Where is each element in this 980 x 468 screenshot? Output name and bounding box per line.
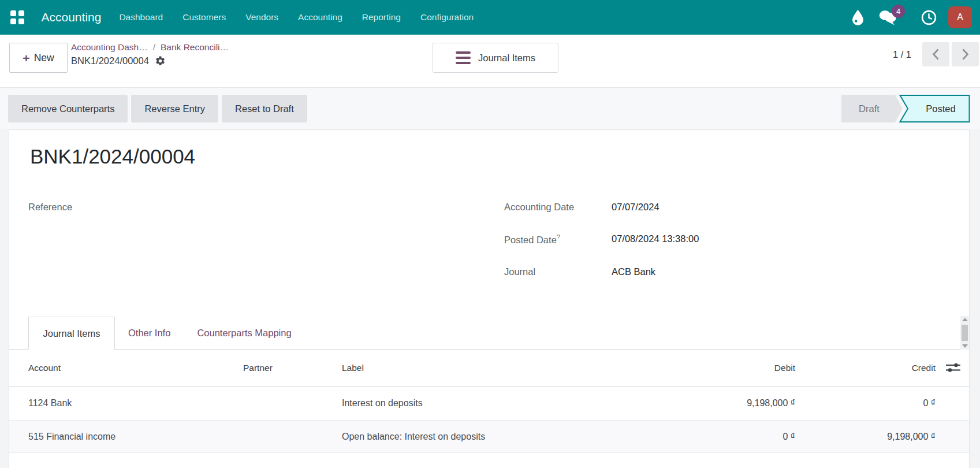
grid-square: [18, 18, 24, 24]
column-header-label[interactable]: Label: [342, 363, 685, 373]
field-accounting-date: Accounting Date 07/07/2024: [504, 202, 699, 213]
breadcrumb-record-name: BNK1/2024/00004: [71, 55, 149, 66]
menu-item-configuration[interactable]: Configuration: [411, 0, 483, 35]
cell-debit[interactable]: 0 ₫: [685, 432, 795, 442]
app-title[interactable]: Accounting: [42, 10, 102, 24]
scroll-down-icon[interactable]: [962, 344, 968, 348]
status-posted[interactable]: Posted: [899, 95, 970, 122]
chevron-left-icon: [931, 48, 940, 61]
pager-next-button[interactable]: [952, 42, 979, 66]
menu-item-vendors[interactable]: Vendors: [236, 0, 288, 35]
journal-value[interactable]: ACB Bank: [612, 266, 655, 277]
journal-items-table: Account Partner Label Debit Credit 1124 …: [9, 350, 969, 453]
chevron-right-icon: [961, 48, 970, 61]
breadcrumb-bank-reconciliation[interactable]: Bank Reconcili…: [161, 42, 229, 53]
accounting-date-label: Accounting Date: [504, 202, 612, 213]
column-header-partner[interactable]: Partner: [243, 363, 342, 373]
field-journal: Journal ACB Bank: [504, 266, 699, 277]
cell-label[interactable]: Interest on deposits: [342, 398, 685, 408]
grid-square: [10, 10, 16, 16]
posted-date-value[interactable]: 07/08/2024 13:38:00: [612, 233, 699, 246]
menu-item-reporting[interactable]: Reporting: [352, 0, 411, 35]
smart-button-label: Journal Items: [478, 53, 535, 64]
menu-item-accounting[interactable]: Accounting: [288, 0, 352, 35]
menu-item-dashboard[interactable]: Dashboard: [109, 0, 173, 35]
new-button-label: New: [34, 52, 54, 64]
list-icon: [456, 51, 471, 65]
cell-account[interactable]: 1124 Bank: [28, 398, 243, 408]
cell-debit[interactable]: 9,198,000 ₫: [685, 398, 795, 408]
form-sheet: BNK1/2024/00004 Reference Accounting Dat…: [9, 129, 970, 468]
table-row[interactable]: 515 Financial income Open balance: Inter…: [9, 421, 969, 453]
systray: 4 A: [852, 6, 972, 28]
field-posted-date: Posted Date? 07/08/2024 13:38:00: [504, 233, 699, 246]
table-row[interactable]: 1124 Bank Interest on deposits 9,198,000…: [9, 387, 969, 421]
plus-icon: +: [23, 52, 29, 64]
tab-journal-items[interactable]: Journal Items: [28, 317, 115, 350]
top-navbar: Accounting Dashboard Customers Vendors A…: [0, 0, 980, 35]
breadcrumb-accounting-dashboard[interactable]: Accounting Dash…: [71, 42, 148, 53]
cell-label[interactable]: Open balance: Interest on deposits: [342, 432, 685, 442]
remove-counterparts-button[interactable]: Remove Counterparts: [8, 95, 128, 122]
grid-square: [10, 18, 16, 24]
column-header-account[interactable]: Account: [28, 363, 243, 373]
scrollbar-thumb[interactable]: [962, 325, 968, 341]
status-posted-label: Posted: [912, 95, 970, 122]
apps-grid-icon[interactable]: [10, 10, 24, 24]
record-title[interactable]: BNK1/2024/00004: [30, 145, 195, 168]
action-buttons: Remove Counterparts Reverse Entry Reset …: [8, 95, 307, 122]
control-panel: + New Accounting Dash… / Bank Reconcili……: [0, 35, 980, 88]
column-header-debit[interactable]: Debit: [685, 363, 795, 373]
chat-icon[interactable]: 4: [879, 10, 897, 25]
scroll-up-icon[interactable]: [962, 318, 968, 321]
pager-value[interactable]: 1 / 1: [893, 49, 911, 60]
status-draft[interactable]: Draft: [841, 95, 903, 122]
field-group-right: Accounting Date 07/07/2024 Posted Date? …: [504, 202, 699, 298]
column-header-credit[interactable]: Credit: [795, 363, 936, 373]
table-header-row: Account Partner Label Debit Credit: [9, 350, 969, 387]
optional-columns-icon[interactable]: [936, 362, 961, 373]
notebook-tabs: Journal Items Other Info Counterparts Ma…: [9, 317, 969, 350]
clock-icon[interactable]: [921, 10, 937, 25]
menu-item-customers[interactable]: Customers: [173, 0, 236, 35]
tab-counterparts-mapping[interactable]: Counterparts Mapping: [184, 317, 304, 350]
posted-date-label: Posted Date?: [504, 233, 612, 246]
user-avatar[interactable]: A: [948, 6, 972, 28]
cell-credit[interactable]: 9,198,000 ₫: [795, 432, 936, 442]
main-menu: Dashboard Customers Vendors Accounting R…: [109, 0, 483, 35]
pager-previous-button[interactable]: [922, 42, 949, 66]
reverse-entry-button[interactable]: Reverse Entry: [131, 95, 218, 122]
journal-items-smart-button[interactable]: Journal Items: [433, 43, 558, 73]
breadcrumb: Accounting Dash… / Bank Reconcili… BNK1/…: [71, 42, 229, 66]
accounting-date-value[interactable]: 07/07/2024: [612, 202, 659, 213]
journal-label: Journal: [504, 266, 612, 277]
notification-badge[interactable]: 4: [892, 5, 905, 18]
help-icon: ?: [557, 233, 560, 240]
pager: 1 / 1: [893, 42, 979, 66]
tab-other-info[interactable]: Other Info: [115, 317, 184, 350]
breadcrumb-separator: /: [153, 42, 155, 53]
cell-credit[interactable]: 0 ₫: [795, 398, 936, 408]
droplet-icon[interactable]: [852, 9, 864, 25]
grid-square: [18, 10, 24, 16]
action-strip: Remove Counterparts Reverse Entry Reset …: [0, 88, 980, 129]
cell-account[interactable]: 515 Financial income: [28, 432, 243, 442]
reset-to-draft-button[interactable]: Reset to Draft: [222, 95, 307, 122]
vertical-scrollbar[interactable]: [960, 316, 969, 350]
gear-icon[interactable]: [155, 55, 166, 66]
new-button[interactable]: + New: [9, 43, 68, 73]
page: Accounting Dashboard Customers Vendors A…: [0, 0, 980, 468]
reference-label: Reference: [28, 202, 72, 213]
statusbar: Draft Posted: [841, 95, 970, 122]
